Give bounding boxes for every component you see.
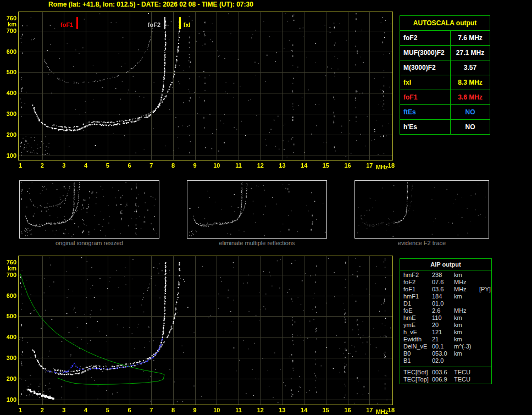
bottom-xtick-5: 5 [101,407,114,413]
aip-param-value: 01.0 [432,300,454,307]
aip-row-hmF1: hmF1184km [400,293,491,300]
top-xtick-1: 1 [14,162,27,169]
ionogram-plot-bottom [18,256,393,405]
top-xtick-3: 3 [57,162,70,169]
aip-param-value: 07.6 [432,279,454,286]
autoscala-row-MUF(3000)F2: MUF(3000)F227.1 MHz [400,46,490,60]
station-date-title: Rome (lat: +41.8, lon: 012.5) - DATE: 20… [48,1,253,8]
aip-param-value: 20 [432,322,454,329]
top-ytick-200: 200 [1,131,16,138]
autoscala-row-h'Es: h'EsNO [400,120,490,134]
aip-param-name: foF1 [400,286,432,293]
aip-param-value: 184 [432,293,454,300]
aip-param-value: 03.6 [432,286,454,293]
aip-param-extra: [PY] [479,286,491,293]
autoscala-table-title: AUTOSCALA output [400,16,490,31]
bottom-xtick-16: 16 [341,407,354,413]
aip-param-name: D1 [400,300,432,307]
aip-table-title: AIP output [400,259,491,270]
bottom-ytick-760: 760 [1,259,16,265]
aip-param-unit: km [454,336,479,343]
aip-table-rows: hmF2238kmfoF207.6MHzfoF103.6MHz[PY]hmF11… [400,270,491,365]
aip-param-unit [454,357,479,364]
aip-param-unit: TECU [454,369,479,376]
top-xtick-4: 4 [79,162,92,169]
bottom-xlabel: MHz [374,408,390,415]
top-ylabel: km [1,21,16,27]
aip-row-hmE: hmE110km [400,314,491,322]
autoscala-param-value: 3.6 MHz [451,90,490,104]
autoscala-param-label: ftEs [400,105,451,119]
aip-param-unit: km [454,293,479,300]
aip-param-extra [479,314,491,322]
top-ytick-700: 700 [1,27,16,34]
aip-param-extra [479,300,491,307]
aip-param-value: 006.9 [432,376,454,383]
aip-param-unit: km [454,314,479,322]
top-xtick-16: 16 [341,162,354,169]
aip-param-value: 238 [432,272,454,279]
aip-param-extra [479,293,491,300]
top-xtick-6: 6 [123,162,136,169]
aip-param-unit: km [454,322,479,329]
autoscala-table-rows: foF27.6 MHzMUF(3000)F227.1 MHzM(3000)F23… [400,31,490,134]
bottom-xtick-11: 11 [232,407,245,413]
thumbnail-original-ionogram [19,180,159,239]
autoscala-param-label: h'Es [400,120,451,134]
aip-param-name: foF2 [400,279,432,286]
aip-param-name: ymE [400,322,432,329]
bottom-ytick-500: 500 [1,313,16,319]
aip-param-extra [479,357,491,364]
aip-param-name: B1 [400,357,432,364]
bottom-xtick-14: 14 [297,407,311,413]
top-xtick-13: 13 [275,162,289,169]
aip-param-extra [479,272,491,279]
top-xtick-15: 15 [319,162,332,169]
aip-row-h_vE: h_vE121km [400,329,491,336]
aip-param-extra [479,329,491,336]
top-ytick-300: 300 [1,110,16,117]
bottom-ytick-100: 100 [1,396,16,403]
aip-param-unit [454,300,479,307]
bottom-xtick-4: 4 [79,407,92,413]
top-xtick-8: 8 [167,162,180,169]
autoscala-param-label: fxI [400,75,451,90]
aip-param-extra [479,350,491,357]
bottom-xtick-9: 9 [189,407,202,413]
aip-row-hmF2: hmF2238km [400,272,491,279]
aip-row-foE: foE2.6MHz [400,307,491,314]
autoscala-param-value: 7.6 MHz [451,31,490,45]
bottom-xtick-18: 18 [385,407,398,413]
top-xlabel: MHz [374,164,390,170]
bottom-xtick-6: 6 [123,407,136,413]
autoscala-param-value: 27.1 MHz [451,46,490,60]
aip-param-unit: TECU [454,376,479,383]
aip-param-name: B0 [400,350,432,357]
autoscala-param-value: 8.3 MHz [451,75,490,90]
aip-param-value: 02.0 [432,357,454,364]
aip-param-unit: MHz [454,279,479,286]
thumbnail-caption-eliminate: eliminate multiple reflections [187,240,327,246]
autoscala-param-value: NO [451,105,490,119]
autoscala-param-label: foF1 [400,90,451,104]
aip-param-unit: km [454,329,479,336]
aip-param-unit: km [454,272,479,279]
top-ytick-600: 600 [1,48,16,55]
bottom-xtick-2: 2 [36,407,49,413]
top-ytick-760: 760 [1,15,16,21]
aip-row-B1: B102.0 [400,357,491,364]
aip-param-unit: MHz [454,286,479,293]
aip-param-extra [479,376,491,383]
bottom-xtick-15: 15 [319,407,332,413]
autoscala-param-value: NO [451,120,490,134]
autoscala-param-value: 3.57 [451,60,490,75]
top-xtick-5: 5 [101,162,114,169]
bottom-xtick-1: 1 [14,407,27,413]
autoscala-row-foF2: foF27.6 MHz [400,31,490,46]
aip-param-extra [479,369,491,376]
aip-param-value: 2.6 [432,307,454,314]
aip-tec-rows: TEC[Bot]003.6TECUTEC[Top]006.9TECU [400,367,491,384]
aip-row-foF2: foF207.6MHz [400,279,491,286]
aip-row-TEC[Top]: TEC[Top]006.9TECU [400,376,491,383]
aip-param-unit: m^(-3) [454,343,479,350]
